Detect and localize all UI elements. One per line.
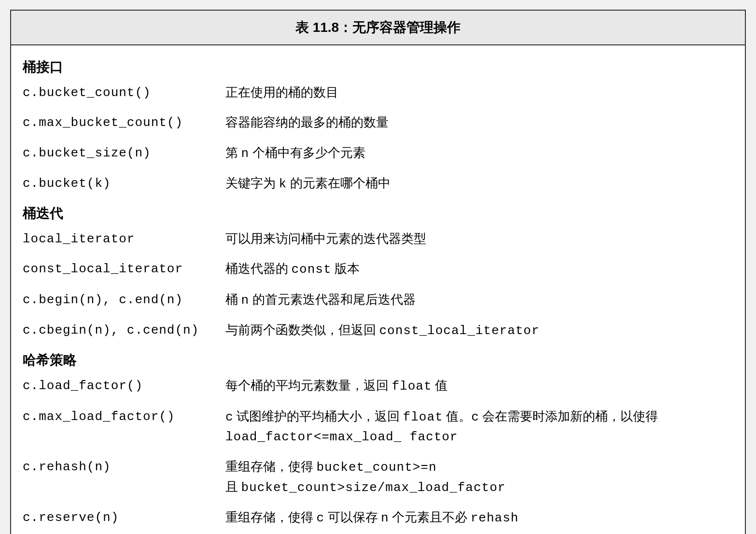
- operation-description: 桶迭代器的 const 版本: [225, 259, 733, 279]
- operation-name: c.max_bucket_count(): [23, 113, 225, 132]
- operation-name: c.bucket_size(n): [23, 143, 225, 163]
- operation-name: c.begin(n), c.end(n): [23, 290, 225, 309]
- table-row: c.bucket_count()正在使用的桶的数目: [23, 83, 733, 102]
- table-row: c.load_factor()每个桶的平均元素数量，返回 float 值: [23, 376, 733, 396]
- table-row: local_iterator可以用来访问桶中元素的迭代器类型: [23, 229, 733, 249]
- operation-description: 重组存储，使得 bucket_count>=n且 bucket_count>si…: [225, 457, 733, 497]
- operation-name: local_iterator: [23, 229, 225, 249]
- table-title: 表 11.8：无序容器管理操作: [11, 11, 745, 45]
- table-row: c.bucket(k)关键字为 k 的元素在哪个桶中: [23, 174, 733, 194]
- table-row: c.max_bucket_count()容器能容纳的最多的桶的数量: [23, 113, 733, 132]
- operation-name: c.bucket_count(): [23, 83, 225, 102]
- operation-description: 正在使用的桶的数目: [225, 83, 733, 102]
- operation-name: c.load_factor(): [23, 376, 225, 395]
- operation-name: c.rehash(n): [23, 457, 225, 477]
- operation-description: c 试图维护的平均桶大小，返回 float 值。c 会在需要时添加新的桶，以使得…: [225, 407, 733, 447]
- table-row: c.cbegin(n), c.cend(n)与前两个函数类似，但返回 const…: [23, 321, 733, 340]
- section-header: 哈希策略: [23, 351, 733, 369]
- table-row: c.reserve(n)重组存储，使得 c 可以保存 n 个元素且不必 reha…: [23, 508, 733, 528]
- section-header: 桶接口: [23, 58, 733, 76]
- section-header: 桶迭代: [23, 204, 733, 223]
- operation-description: 重组存储，使得 c 可以保存 n 个元素且不必 rehash: [225, 508, 733, 528]
- operation-name: c.reserve(n): [23, 508, 225, 527]
- operation-name: c.bucket(k): [23, 174, 225, 193]
- operation-name: const_local_iterator: [23, 259, 225, 279]
- operation-description: 第 n 个桶中有多少个元素: [225, 143, 733, 163]
- operation-name: c.cbegin(n), c.cend(n): [23, 321, 225, 340]
- table-row: c.bucket_size(n)第 n 个桶中有多少个元素: [23, 143, 733, 163]
- table-row: c.rehash(n)重组存储，使得 bucket_count>=n且 buck…: [23, 457, 733, 497]
- table-container: 表 11.8：无序容器管理操作 桶接口c.bucket_count()正在使用的…: [10, 10, 746, 534]
- table-row: c.max_load_factor()c 试图维护的平均桶大小，返回 float…: [23, 407, 733, 447]
- operation-description: 与前两个函数类似，但返回 const_local_iterator: [225, 321, 733, 340]
- operation-description: 可以用来访问桶中元素的迭代器类型: [225, 229, 733, 249]
- table-row: const_local_iterator桶迭代器的 const 版本: [23, 259, 733, 279]
- operation-name: c.max_load_factor(): [23, 407, 225, 426]
- table-body: 桶接口c.bucket_count()正在使用的桶的数目c.max_bucket…: [11, 45, 745, 534]
- operation-description: 每个桶的平均元素数量，返回 float 值: [225, 376, 733, 396]
- operation-description: 容器能容纳的最多的桶的数量: [225, 113, 733, 132]
- operation-description: 桶 n 的首元素迭代器和尾后迭代器: [225, 290, 733, 310]
- table-row: c.begin(n), c.end(n)桶 n 的首元素迭代器和尾后迭代器: [23, 290, 733, 310]
- operation-description: 关键字为 k 的元素在哪个桶中: [225, 174, 733, 194]
